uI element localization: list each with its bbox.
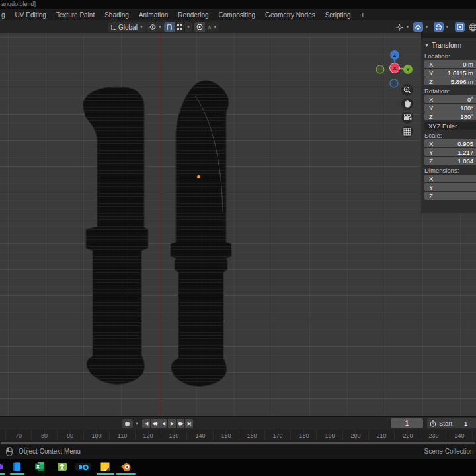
falloff-curve-icon: ∧ bbox=[208, 24, 212, 30]
tab-animation[interactable]: Animation bbox=[139, 11, 168, 19]
transform-panel: ▼ Transform Location: X0 m Y1.6115 m Z5.… bbox=[421, 38, 476, 213]
dimensions-z-field[interactable]: Z bbox=[424, 192, 476, 200]
play-button[interactable]: ▶ bbox=[168, 419, 176, 428]
chevron-down-icon: ▼ bbox=[186, 25, 190, 29]
location-z-field[interactable]: Z5.896 m bbox=[424, 77, 476, 85]
blender-window: angdo.blend] g UV Editing Texture Paint … bbox=[0, 0, 476, 476]
tab-shading[interactable]: Shading bbox=[104, 11, 129, 19]
rotation-y-field[interactable]: Y180° bbox=[424, 104, 476, 112]
proportional-editing-toggle[interactable] bbox=[194, 22, 205, 32]
3d-viewport[interactable]: Z Y X bbox=[0, 33, 476, 416]
svg-text:Z: Z bbox=[393, 52, 397, 58]
shading-solid-button[interactable] bbox=[455, 22, 465, 32]
snap-toggle-button[interactable] bbox=[164, 22, 175, 32]
window-title: angdo.blend] bbox=[1, 1, 36, 7]
location-x-field[interactable]: X0 m bbox=[424, 60, 476, 68]
chevron-down-icon: ▼ bbox=[139, 25, 143, 29]
show-gizmo-button[interactable] bbox=[395, 22, 404, 32]
next-keyframe-button[interactable]: ◆▶ bbox=[177, 419, 184, 428]
xray-toggle-button[interactable] bbox=[434, 22, 444, 32]
shading-wireframe-button[interactable] bbox=[467, 22, 476, 32]
jump-to-end-button[interactable]: ▶| bbox=[185, 419, 193, 428]
blender-icon[interactable] bbox=[120, 461, 132, 472]
timeline-scrollbar[interactable] bbox=[1, 442, 475, 444]
sticky-notes-icon[interactable] bbox=[100, 461, 110, 472]
current-frame-field[interactable]: 1 bbox=[391, 418, 423, 428]
sidebar-region: ▼ Transform Location: X0 m Y1.6115 m Z5.… bbox=[421, 33, 476, 213]
overlays-dropdown-caret[interactable]: ▼ bbox=[424, 22, 430, 32]
tab-scripting[interactable]: Scripting bbox=[325, 11, 351, 19]
chevron-down-icon: ▼ bbox=[213, 25, 217, 29]
xray-dropdown-caret[interactable]: ▼ bbox=[444, 22, 450, 32]
tab-partial[interactable]: g bbox=[1, 11, 5, 19]
status-bar: Object Context Menu Scene Collection | bbox=[0, 445, 476, 459]
bo-app-icon[interactable] bbox=[75, 461, 91, 472]
chevron-down-icon[interactable]: ▼ bbox=[135, 422, 139, 426]
rotation-x-field[interactable]: X0° bbox=[424, 95, 476, 103]
svg-text:X: X bbox=[393, 65, 396, 71]
overlays-icon bbox=[415, 24, 422, 31]
tab-compositing[interactable]: Compositing bbox=[219, 11, 256, 19]
scale-z-field[interactable]: Z1.064 bbox=[424, 157, 476, 165]
snap-settings-button[interactable] bbox=[175, 22, 184, 32]
pivot-point-dropdown[interactable]: ▼ bbox=[147, 22, 165, 32]
gizmo-icon bbox=[396, 24, 403, 31]
location-y-field[interactable]: Y1.6115 m bbox=[424, 69, 476, 77]
chevron-down-icon: ▼ bbox=[158, 25, 162, 29]
chevron-down-icon: ▼ bbox=[425, 25, 429, 29]
mouse-icon bbox=[6, 447, 13, 456]
excel-icon[interactable] bbox=[34, 461, 45, 472]
xray-sphere-icon bbox=[435, 24, 442, 31]
rotation-z-field[interactable]: Z180° bbox=[424, 112, 476, 120]
dimensions-x-field[interactable]: X bbox=[424, 175, 476, 182]
purple-app-icon[interactable] bbox=[0, 461, 5, 472]
timeline-scroll-region bbox=[0, 440, 476, 445]
orientation-label: Global bbox=[118, 24, 138, 31]
tab-rendering[interactable]: Rendering bbox=[178, 11, 208, 19]
screen-cast-app-icon[interactable] bbox=[57, 461, 67, 472]
viewport-header: Global ▼ ▼ ▼ ∧ ▼ ▼ ▼ bbox=[0, 20, 476, 33]
zoom-tool-button bbox=[401, 84, 413, 96]
playback-controls: |◀ ◀◆ ◀ ▶ ◆▶ ▶| bbox=[142, 419, 193, 428]
collapse-arrow-icon: ▼ bbox=[424, 43, 429, 48]
location-label: Location: bbox=[424, 52, 476, 60]
gizmo-neg-y-axis bbox=[376, 65, 384, 73]
tab-uv-editing[interactable]: UV Editing bbox=[15, 11, 46, 19]
object-origin-dot bbox=[197, 175, 200, 178]
prev-keyframe-button[interactable]: ◀◆ bbox=[151, 419, 159, 428]
show-overlays-button[interactable] bbox=[413, 22, 423, 32]
taskbar-active-indicator bbox=[97, 473, 114, 475]
magnet-icon bbox=[166, 24, 173, 30]
taskbar-active-indicator bbox=[10, 473, 24, 475]
transform-orientation-dropdown[interactable]: Global ▼ bbox=[108, 22, 146, 32]
blue-doc-app-icon[interactable] bbox=[12, 461, 22, 472]
taskbar-active-indicator bbox=[116, 473, 136, 475]
rotation-mode-dropdown[interactable]: XYZ Euler bbox=[424, 122, 476, 130]
transform-panel-header[interactable]: ▼ Transform bbox=[424, 40, 476, 50]
clock-icon bbox=[430, 420, 436, 427]
play-reverse-button[interactable]: ◀ bbox=[159, 419, 167, 428]
proportional-falloff-dropdown[interactable]: ∧ ▼ bbox=[206, 22, 219, 32]
jump-to-start-button[interactable]: |◀ bbox=[142, 419, 150, 428]
frame-start-field[interactable]: Start 1 bbox=[427, 418, 476, 428]
svg-text:Y: Y bbox=[406, 67, 409, 73]
scale-x-field[interactable]: X0.905 bbox=[424, 139, 476, 147]
snap-increments-icon bbox=[177, 24, 182, 30]
auto-keying-button[interactable] bbox=[122, 419, 133, 428]
viewport-tools[interactable] bbox=[399, 83, 415, 142]
title-bar: angdo.blend] bbox=[0, 0, 476, 9]
gizmo-dropdown-caret[interactable]: ▼ bbox=[405, 22, 411, 32]
timeline-header: ▼ |◀ ◀◆ ◀ ▶ ◆▶ ▶| 1 Start 1 bbox=[0, 416, 476, 430]
orientation-axes-icon bbox=[110, 24, 116, 30]
workspace-tab-bar: g UV Editing Texture Paint Shading Anima… bbox=[0, 9, 476, 20]
snap-dropdown-caret[interactable]: ▼ bbox=[185, 22, 192, 32]
tab-geometry-nodes[interactable]: Geometry Nodes bbox=[265, 11, 315, 19]
tab-texture-paint[interactable]: Texture Paint bbox=[56, 11, 95, 19]
shading-square-icon bbox=[457, 24, 463, 30]
dimensions-y-field[interactable]: Y bbox=[424, 183, 476, 191]
timeline-ruler[interactable]: 70 80 90 100 110 120 130 140 150 160 170… bbox=[0, 430, 476, 440]
dimensions-label: Dimensions: bbox=[424, 167, 476, 175]
chevron-down-icon: ▼ bbox=[446, 25, 450, 29]
scale-y-field[interactable]: Y1.217 bbox=[424, 148, 476, 156]
add-workspace-button[interactable]: + bbox=[361, 11, 365, 19]
